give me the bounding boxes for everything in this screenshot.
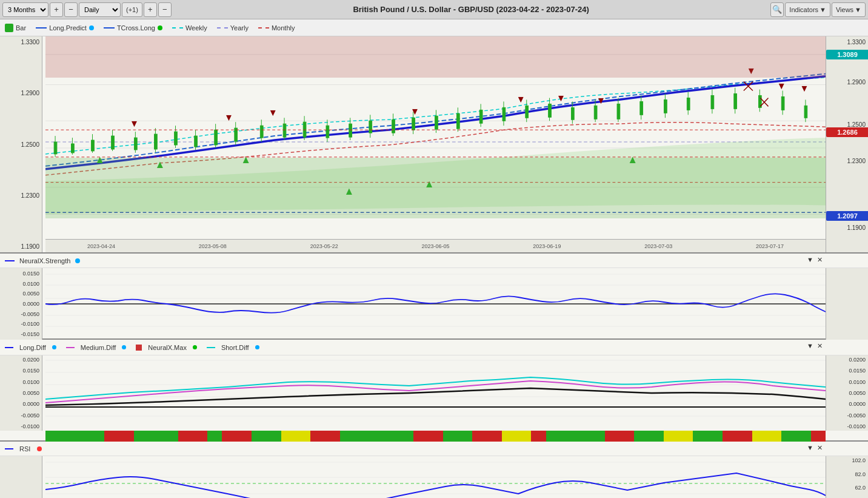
green-zone: [45, 158, 826, 218]
svg-rect-7: [54, 142, 57, 154]
price-label-1190: 1.1900: [0, 243, 42, 250]
long-predict-label: Long.Predict: [49, 24, 87, 32]
neural-strength-chart: NeuralX.Strength ▼ ✕ 0.0150 0.0100 0.005…: [0, 254, 868, 340]
weekly-label: Weekly: [185, 24, 207, 32]
rsi-y-axis: [0, 456, 42, 498]
neural-close[interactable]: ✕: [817, 256, 823, 264]
change-plus-button[interactable]: +: [144, 2, 157, 17]
neural-chevron[interactable]: ▼: [807, 256, 813, 264]
neural-label-neg0100: -0.0100: [0, 321, 42, 327]
rsi-chart: RSI ▼ ✕ 102.0 82.0 62.0: [0, 442, 868, 498]
monthly-color: [258, 27, 269, 29]
price-badge-3: 1.2097: [826, 211, 868, 221]
rsi-title: RSI: [19, 445, 30, 453]
price-label-1250: 1.2500: [0, 141, 42, 148]
long-diff-icon: [5, 347, 13, 348]
legend-bar: Bar Long.Predict TCross.Long Weekly Year…: [0, 19, 868, 36]
views-button[interactable]: Views ▼: [832, 2, 866, 17]
svg-text:▼: ▼: [224, 112, 233, 123]
rsi-label-62: 62.0: [826, 485, 868, 491]
search-button[interactable]: 🔍: [770, 2, 784, 17]
price-label-1290: 1.2900: [0, 90, 42, 96]
neural-strength-title: NeuralX.Strength: [19, 257, 70, 264]
neural-y-axis: 0.0150 0.0100 0.0050 0.0000 -0.0050 -0.0…: [0, 268, 42, 340]
svg-text:▼: ▼: [596, 95, 606, 106]
svg-text:▼: ▼: [130, 118, 139, 129]
period-minus-button[interactable]: −: [64, 2, 78, 17]
diff-label-neg0050: -0.0050: [0, 412, 42, 419]
legend-yearly: Yearly: [217, 24, 249, 32]
tcross-dot: [158, 25, 162, 30]
rsi-controls: ▼ ✕: [807, 444, 823, 452]
rsi-right-axis: 102.0 82.0 62.0 42.0 22.0 2.0: [826, 456, 868, 498]
diff-svg: [45, 355, 826, 431]
interval-select[interactable]: Daily Weekly Monthly: [79, 2, 121, 17]
svg-rect-61: [640, 101, 643, 115]
date-3: 2023-05-22: [269, 243, 380, 249]
rsi-chevron[interactable]: ▼: [807, 444, 813, 452]
diff-close[interactable]: ✕: [817, 342, 823, 350]
price-label-1230: 1.2300: [0, 192, 42, 199]
diff-label-neg0100: -0.0100: [0, 423, 42, 429]
price-badge-2: 1.2686: [826, 127, 868, 137]
neural-right-axis: [826, 268, 868, 340]
change-display: (+1): [122, 2, 142, 17]
diff-y-axis: 0.0200 0.0150 0.0100 0.0050 0.0000 -0.00…: [0, 355, 42, 431]
date-5: 2023-06-19: [491, 243, 603, 249]
price-right-axis: 1.3089 1.2686 1.2097 1.3300 1.2900 1.250…: [826, 36, 868, 252]
diff-label-0050: 0.0050: [0, 390, 42, 396]
rsi-dot: [37, 446, 42, 451]
diff-chart-body: 0.0200 0.0150 0.0100 0.0050 0.0000 -0.00…: [0, 355, 868, 442]
rsi-label-102: 102.0: [826, 457, 868, 463]
date-6: 2023-07-03: [603, 243, 714, 249]
rsi-header: RSI ▼ ✕: [0, 442, 868, 456]
neural-label-0000: 0.0000: [0, 301, 42, 307]
monthly-label: Monthly: [272, 24, 295, 32]
legend-monthly: Monthly: [258, 24, 295, 32]
svg-text:▼: ▼: [777, 81, 786, 91]
yearly-label: Yearly: [230, 24, 249, 32]
diff-chevron[interactable]: ▼: [807, 342, 813, 350]
rsi-svg: [45, 456, 826, 498]
short-diff-dot: [255, 345, 259, 349]
color-bar: [45, 431, 826, 442]
medium-diff-label: Medium.Diff: [81, 344, 116, 351]
svg-text:▼: ▼: [556, 93, 566, 103]
neuralx-max-dot: [193, 345, 197, 349]
period-plus-button[interactable]: +: [50, 2, 63, 17]
long-diff-dot: [52, 345, 56, 349]
neural-strength-line-icon: [5, 260, 15, 261]
indicators-button[interactable]: Indicators ▼: [785, 2, 830, 17]
diff-chart: Long.Diff Medium.Diff NeuralX.Max Short.…: [0, 340, 868, 442]
neuralx-max-icon: [136, 345, 142, 351]
toolbar: 3 Months 1 Month 6 Months 1 Year + − Dai…: [0, 0, 868, 19]
period-select[interactable]: 3 Months 1 Month 6 Months 1 Year: [2, 2, 48, 17]
change-minus-button[interactable]: −: [158, 2, 172, 17]
date-4: 2023-06-05: [380, 243, 492, 249]
medium-diff-dot: [122, 345, 126, 349]
price-label-1300: 1.3300: [0, 39, 42, 45]
long-predict-color: [36, 27, 47, 29]
neural-label-0100: 0.0100: [0, 281, 42, 287]
svg-text:▼: ▼: [410, 106, 419, 116]
rsi-close[interactable]: ✕: [817, 444, 823, 452]
short-diff-icon: [207, 347, 215, 348]
indicators-chevron: ▼: [820, 6, 826, 13]
svg-text:▼: ▼: [516, 94, 526, 104]
rsi-label-82: 82.0: [826, 471, 868, 477]
bar-legend-label: Bar: [16, 24, 26, 32]
diff-label-0100: 0.0100: [0, 379, 42, 385]
long-diff-label: Long.Diff: [19, 344, 46, 351]
long-predict-dot: [89, 25, 94, 30]
legend-long-predict: Long.Predict: [36, 24, 94, 32]
main-chart: ▼ ▼ ▼ ▼ ▼ ▼ ▼ ▼ ▼ ▼ ▲ ▲ ▲ ▲ ▲ ▲: [0, 36, 868, 254]
short-diff-label: Short.Diff: [221, 344, 249, 351]
diff-controls: ▼ ✕: [807, 342, 823, 350]
legend-weekly: Weekly: [172, 24, 207, 32]
rsi-chart-body: 102.0 82.0 62.0 42.0 22.0 2.0: [0, 456, 868, 498]
tcross-label: TCross.Long: [117, 24, 155, 32]
diff-right-axis: 0.0200 0.0150 0.0100 0.0050 0.0000 -0.00…: [826, 355, 868, 431]
neural-controls: ▼ ✕: [807, 256, 823, 264]
date-axis: 2023-04-24 2023-05-08 2023-05-22 2023-06…: [45, 239, 826, 252]
neuralx-max-label: NeuralX.Max: [148, 344, 187, 351]
